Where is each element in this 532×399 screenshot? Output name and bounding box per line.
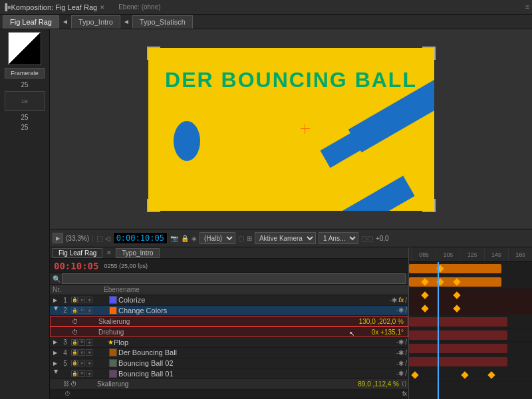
layer-fx-icons-2: -✱ / [396,307,407,314]
tab-typo-statisch[interactable]: Typo_Statisch [132,15,193,29]
layer-row-5[interactable]: ▶ 5 🔒 👁 ◈ Bouncing Ball 02 -✱ / [50,358,408,369]
stopwatch-icon-2[interactable]: ⏱ [72,329,78,336]
framerate-button[interactable]: Framerate [5,68,45,78]
transport-icon-4[interactable]: ◈ [192,235,197,242]
expand-arrow-2[interactable]: ▶ [51,307,59,315]
expand-arrow-5[interactable]: ▶ [51,359,59,367]
lock-btn-3[interactable]: 🔒 [71,339,78,346]
drehung-label: Drehung [98,329,372,336]
layer-row-4[interactable]: ▶ 4 🔒 👁 ◈ Der Bouncing Ball -✱ / [50,348,408,358]
view-select[interactable]: 1 Ans... [319,232,358,244]
composition-title: Komposition: Fig Leaf Rag [11,3,98,11]
left-panel: Framerate 25 1B 25 25 [0,29,50,399]
solo-btn-3[interactable]: ◈ [86,339,92,346]
expand-arrow-6[interactable]: ▶ [51,370,59,378]
star-icon-3: ★ [108,338,114,346]
tl-tab-arrow: ✕ [106,249,112,256]
color-swatch[interactable] [8,32,41,65]
center-area: DER BOUNCING BALL ▶ (33,3%) | ⬚ ◁ 0:00:1… [50,29,532,399]
canvas-ellipse [174,121,200,161]
vis-btn-6[interactable]: 👁 [78,370,85,377]
preview-area: DER BOUNCING BALL [50,29,532,229]
switch-icon-2[interactable]: -✱ [396,307,404,314]
switch-icon-5[interactable]: -✱ [396,360,404,367]
lock-btn-1[interactable]: 🔒 [71,297,78,303]
layer-fx-icons-1: -✱ fx / [390,297,407,304]
layer-search-input[interactable] [62,273,406,284]
solo-btn-1[interactable]: ◈ [86,297,92,303]
vis-btn-5[interactable]: 👁 [78,360,85,366]
lock-btn-6[interactable]: 🔒 [71,370,78,377]
fps-display: 0255 (25,00 fps) [104,263,148,269]
switch-icon-1[interactable]: -✱ [390,297,397,304]
cursor-indicator: ↖ [349,330,354,337]
vis-btn-4[interactable]: 👁 [78,349,85,356]
layer-fx-icons-6: -✱ / [396,370,407,377]
bb01-skalierung-value: 89,0 ,112,4 % [358,380,399,388]
solo-btn-2[interactable]: ◈ [86,307,92,314]
ruler-tick-10s: 10s [436,247,460,261]
vis-btn-3[interactable]: 👁 [78,339,85,346]
timeline-tab-typo[interactable]: Typo_Intro [116,248,159,258]
solo-btn-4[interactable]: ◈ [86,349,92,356]
stopwatch-icon-1[interactable]: ⏱ [72,318,78,325]
switch-icon-6[interactable]: -✱ [396,370,404,377]
timeline-left: Fig Leaf Rag ✕ Typo_Intro 00:10:05 0255 … [50,247,409,399]
canvas-container: DER BOUNCING BALL [148,48,434,211]
layer-color-6 [109,370,117,378]
quality-select[interactable]: (Halb) [200,232,235,244]
main-layout: Framerate 25 1B 25 25 DER BOUNCING BALL [0,29,532,399]
close-tab-icon[interactable]: ✕ [100,4,105,11]
tl-playhead[interactable] [438,262,439,399]
skalierung-value: 130,0 ,202,0 % [359,318,404,325]
layer-color-5 [109,359,117,367]
offset-display: +0,0 [376,235,389,242]
expand-arrow-4[interactable]: ▶ [51,348,59,356]
transport-icon-3[interactable]: 🔒 [181,235,189,242]
lock-btn-4[interactable]: 🔒 [71,349,78,356]
transport-icon-7: ⬚⬚ [361,235,373,242]
slash-icon-2: / [405,307,407,314]
layer-color-2 [109,307,117,315]
solo-btn-6[interactable]: ◈ [86,370,92,377]
expand-arrow-1[interactable]: ▶ [51,296,59,304]
tl-bar-plop [409,317,507,327]
tl-row-3 [409,315,532,329]
slash-icon-5: / [405,360,407,367]
tl-kf-bb01-1 [411,371,418,378]
transport-bar: ▶ (33,3%) | ⬚ ◁ 0:00:10:05 📷 🔒 ◈ (Halb) … [50,229,532,247]
layer-row-6[interactable]: ▶ 🔒 👁 ◈ Bouncing Ball 01 -✱ / [50,368,408,379]
ruler-tick-14s: 14s [484,247,508,261]
layer-row-1[interactable]: ▶ 1 🔒 👁 ◈ Colorize -✱ fx / [50,295,408,306]
toggle-preview-btn[interactable]: ▶ [53,233,63,243]
tl-row-1 [409,262,532,275]
switch-icon-4[interactable]: -✱ [396,349,404,356]
tab-typo-intro[interactable]: Typo_Intro [71,15,120,29]
tab-fig-leaf-rag[interactable]: Fig Leaf Rag [3,15,59,29]
layer-columns-header: Nr. Ebenename [50,285,408,295]
expand-arrow-3[interactable]: ▶ [51,338,59,346]
ruler-tick-12s: 12s [460,247,483,261]
layer-fx-icons-5: -✱ / [396,360,407,367]
ruler-tick-16s: 16s [508,247,532,261]
timeline-tab-fig[interactable]: Fig Leaf Rag [53,248,102,258]
lock-btn-2[interactable]: 🔒 [71,307,78,314]
scroll-icon: ⏱ [65,390,70,397]
tl-bar-bb02 [409,344,507,353]
vis-btn-1[interactable]: 👁 [78,297,85,303]
layer-row-2[interactable]: ▶ 2 🔒 👁 ◈ Change Colors -✱ / [50,306,408,317]
layer-name-5: Bouncing Ball 02 [118,359,396,367]
stopwatch-icon-3[interactable]: ⏱ [70,380,77,388]
transport-icon-1[interactable]: ⬚ [96,235,102,242]
lock-btn-5[interactable]: 🔒 [71,360,78,366]
vis-btn-2[interactable]: 👁 [78,307,85,314]
panel-menu-icon[interactable]: ≡ [525,3,529,11]
transport-icon-2[interactable]: ◁ [105,235,110,242]
tl-kf-bb01-2 [461,371,468,378]
timeline-time: 00:10:05 [54,261,98,271]
solo-btn-5[interactable]: ◈ [86,360,92,366]
layer-name-2: Change Colors [118,307,396,315]
switch-icon-3[interactable]: -✱ [396,338,404,346]
layer-row-3[interactable]: ▶ 3 🔒 👁 ◈ ★ Plop -✱ / [50,337,408,348]
camera-select[interactable]: Aktive Kamera [255,232,316,244]
